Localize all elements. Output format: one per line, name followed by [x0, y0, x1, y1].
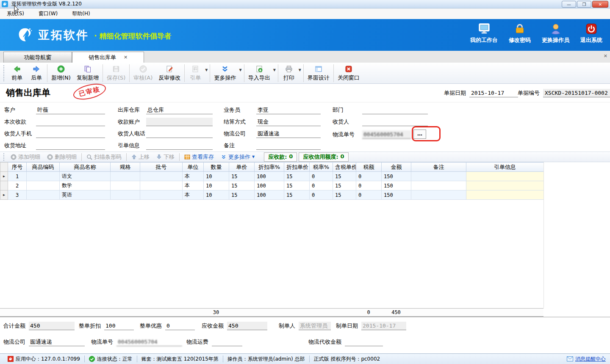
- remark-input[interactable]: [256, 141, 321, 150]
- doc-date-input[interactable]: 2015-10-17: [469, 89, 518, 97]
- col-header[interactable]: 商品编码: [27, 163, 60, 172]
- table-cell[interactable]: 0: [356, 190, 382, 200]
- col-header[interactable]: 备注: [411, 163, 466, 172]
- logistics-no-input[interactable]: 004560005704: [362, 130, 411, 139]
- footer-logistics-company-input[interactable]: 圆通速递: [29, 338, 85, 346]
- table-cell[interactable]: [27, 172, 60, 181]
- tab-sales-outbound[interactable]: 销售出库单 ✕: [72, 52, 144, 63]
- next-doc-button[interactable]: 后单: [27, 63, 46, 83]
- table-cell[interactable]: 10: [204, 190, 229, 200]
- order-reduction-input[interactable]: 0: [165, 322, 195, 330]
- minimize-button[interactable]: —: [562, 1, 576, 8]
- customer-input[interactable]: 叶薇: [36, 106, 105, 114]
- settlement-input[interactable]: 现金: [256, 118, 321, 126]
- table-cell[interactable]: [27, 181, 60, 190]
- table-cell[interactable]: 100: [255, 172, 284, 181]
- table-cell[interactable]: 100: [255, 190, 284, 200]
- table-row[interactable]: 2数学本1015100150150150: [0, 181, 544, 190]
- col-header[interactable]: 折扣率%: [255, 163, 284, 172]
- table-cell[interactable]: 150: [382, 190, 411, 200]
- row-select-marker[interactable]: ▶: [0, 172, 8, 181]
- table-cell[interactable]: [140, 172, 183, 181]
- col-header[interactable]: 单位: [183, 163, 204, 172]
- table-cell[interactable]: 15: [284, 190, 310, 200]
- col-header[interactable]: 含税单价: [333, 163, 356, 172]
- print-dropdown-icon[interactable]: ▼: [299, 68, 301, 72]
- table-cell[interactable]: 15: [333, 190, 356, 200]
- import-export-dropdown-icon[interactable]: ▼: [273, 68, 276, 72]
- restore-button[interactable]: ❐: [577, 1, 591, 8]
- table-cell[interactable]: [140, 181, 183, 190]
- move-down-button[interactable]: 下移: [153, 153, 178, 161]
- table-cell[interactable]: 10: [204, 181, 229, 190]
- table-cell[interactable]: [466, 181, 544, 190]
- table-cell[interactable]: 2: [8, 181, 27, 190]
- switch-operator-button[interactable]: 更换操作员: [542, 22, 569, 44]
- table-cell[interactable]: [466, 190, 544, 200]
- freight-input[interactable]: [212, 338, 242, 346]
- col-header[interactable]: 税率%: [310, 163, 333, 172]
- more-actions-button[interactable]: 更多操作: [211, 63, 239, 83]
- close-window-button[interactable]: 关闭窗口: [335, 63, 363, 83]
- approve-button[interactable]: 审核(A): [130, 63, 155, 83]
- table-cell[interactable]: 语文: [60, 172, 111, 181]
- table-cell[interactable]: [140, 190, 183, 200]
- tab-close-icon[interactable]: ✕: [124, 55, 128, 60]
- col-header[interactable]: 引单信息: [466, 163, 544, 172]
- table-cell[interactable]: 1: [8, 172, 27, 181]
- table-cell[interactable]: 10: [204, 172, 229, 181]
- table-cell[interactable]: 本: [183, 172, 204, 181]
- change-password-button[interactable]: 修改密码: [509, 22, 531, 44]
- my-workbench-button[interactable]: 我的工作台: [470, 22, 498, 44]
- table-cell[interactable]: 150: [382, 172, 411, 181]
- tabstrip-close-icon[interactable]: ✕: [604, 53, 607, 59]
- col-header[interactable]: 折扣单价: [284, 163, 310, 172]
- close-button[interactable]: ✕: [592, 1, 608, 8]
- barcode-scan-button[interactable]: 扫描条形码: [83, 153, 125, 161]
- table-cell[interactable]: 0: [310, 181, 333, 190]
- unapprove-edit-button[interactable]: 反审修改: [155, 63, 183, 83]
- ref-info-input[interactable]: [146, 141, 213, 150]
- table-cell[interactable]: [466, 172, 544, 181]
- copy-new-button[interactable]: 复制新增: [74, 63, 102, 83]
- col-header[interactable]: 金额: [382, 163, 411, 172]
- new-button[interactable]: 新增(N): [48, 63, 74, 83]
- table-cell[interactable]: [111, 181, 140, 190]
- table-cell[interactable]: [111, 190, 140, 200]
- table-cell[interactable]: 0: [310, 172, 333, 181]
- logistics-no-lookup-button[interactable]: …: [413, 130, 426, 139]
- menu-window[interactable]: 窗口(W): [37, 9, 59, 18]
- save-button[interactable]: 保存(S): [104, 63, 128, 83]
- import-export-button[interactable]: 导入导出: [245, 63, 273, 83]
- detail-more-actions-button[interactable]: 更多操作 ▼: [217, 153, 258, 161]
- salesman-input[interactable]: 李亚: [256, 106, 321, 114]
- col-header[interactable]: 序号: [8, 163, 27, 172]
- col-header[interactable]: 数量: [204, 163, 229, 172]
- table-cell[interactable]: 150: [382, 181, 411, 190]
- menu-help[interactable]: 帮助(H): [70, 9, 92, 18]
- table-cell[interactable]: [411, 172, 466, 181]
- footer-logistics-no-input[interactable]: 004560005704: [116, 338, 182, 346]
- table-cell[interactable]: 本: [183, 181, 204, 190]
- table-cell[interactable]: 15: [333, 181, 356, 190]
- consignee-mobile-input[interactable]: [36, 130, 105, 138]
- table-cell[interactable]: 3: [8, 190, 27, 200]
- warehouse-input[interactable]: 总仓库: [146, 106, 213, 114]
- table-cell[interactable]: 15: [284, 172, 310, 181]
- department-input[interactable]: [362, 106, 428, 114]
- table-cell[interactable]: [27, 190, 60, 200]
- table-cell[interactable]: 15: [333, 172, 356, 181]
- ui-design-button[interactable]: 界面设计: [305, 63, 333, 83]
- payment-now-input[interactable]: [36, 118, 105, 126]
- more-actions-dropdown-icon[interactable]: ▼: [239, 68, 241, 72]
- table-cell[interactable]: 15: [229, 181, 255, 190]
- print-button[interactable]: 打印: [279, 63, 299, 83]
- move-up-button[interactable]: 上移: [128, 153, 153, 161]
- add-detail-button[interactable]: 添加明细: [7, 153, 44, 161]
- receipt-account-input[interactable]: [146, 118, 213, 126]
- exit-system-button[interactable]: 退出系统: [580, 22, 602, 44]
- table-cell[interactable]: 15: [229, 172, 255, 181]
- view-stock-button[interactable]: 查看库存: [181, 153, 217, 161]
- tab-nav-window[interactable]: 功能导航窗: [3, 52, 72, 63]
- col-header[interactable]: 单价: [229, 163, 255, 172]
